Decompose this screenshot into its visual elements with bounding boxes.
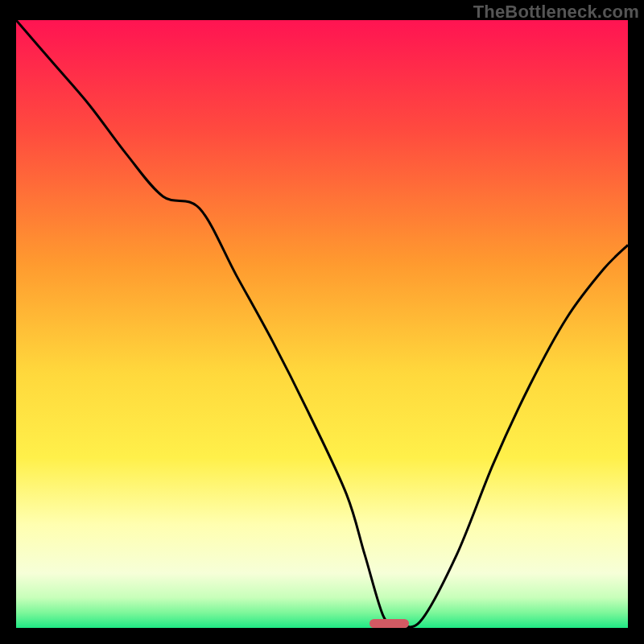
chart-frame: TheBottleneck.com bbox=[0, 0, 644, 644]
optimal-marker bbox=[369, 619, 409, 628]
bottleneck-curve bbox=[16, 20, 628, 628]
plot-area bbox=[16, 20, 628, 628]
watermark-text: TheBottleneck.com bbox=[473, 2, 639, 23]
